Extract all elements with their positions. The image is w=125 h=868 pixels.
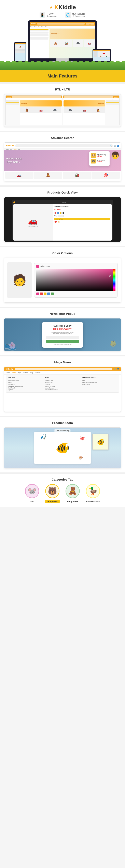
screen-products: 🧸 🚂 🎮 🚗 xyxy=(50,39,95,46)
mm-nav-babies[interactable]: Babies xyxy=(24,372,28,373)
quickview-monitor: Toddy 🚗 4WD Truck 4WD Monster Truck $89.… xyxy=(12,200,113,239)
mm-col-1-item-4[interactable]: Happy Jump Containers xyxy=(8,385,42,387)
mm-col-2-item-2[interactable]: Sports Cars xyxy=(45,381,80,383)
mm-nav-toys[interactable]: Toys xyxy=(18,372,21,373)
screen-content: ★Kiddle Home Shop Toys Blog About xyxy=(30,22,95,58)
mm-nav-contact[interactable]: Contact xyxy=(35,372,40,373)
color-option-yellow[interactable] xyxy=(60,212,62,214)
logo-k: K xyxy=(54,4,58,10)
feature-color-title: Color Options xyxy=(4,251,121,255)
search-result-1-name: Digger the Dog xyxy=(97,154,106,155)
mm-col-3-item-3[interactable]: More Rides xyxy=(83,383,117,385)
feature-newsletter-section: Newsletter Popup 👟 🌸 👶 Subscribe & Enjoy… xyxy=(0,308,125,355)
feature-color-section: Color Options 🧑 Select Color xyxy=(0,247,125,307)
mm-col-2-item-3[interactable]: Games xyxy=(45,383,80,385)
category-eddy-img: 🧸 xyxy=(66,484,80,498)
responsive-icon: 📱 xyxy=(39,12,45,18)
search-input-mock: 🔍 xyxy=(15,144,113,147)
color-gradient-area[interactable] xyxy=(36,269,116,291)
swatch-green[interactable] xyxy=(51,292,54,296)
categories-list: 🐭 Doll 🐻 Teddy Bear 🧸 eddy Bear 🦆 Rubber… xyxy=(4,484,121,503)
mm-nav-home[interactable]: Home xyxy=(6,372,10,373)
mm-col-1-item-3[interactable]: Travel Toys xyxy=(8,383,42,385)
swatch-red[interactable] xyxy=(40,292,43,296)
mm-col-3-item-2[interactable]: Playground Equipment xyxy=(83,381,117,383)
quickview-color-options xyxy=(54,212,110,214)
quickview-add-to-cart-btn[interactable]: Add to Cart xyxy=(54,218,110,220)
mm-nav-shop[interactable]: Shop xyxy=(12,372,16,373)
color-option-blue[interactable] xyxy=(57,212,59,214)
mm-search xyxy=(15,368,113,370)
quickview-screen: Toddy 🚗 4WD Truck 4WD Monster Truck $89.… xyxy=(4,197,121,242)
category-eddy[interactable]: 🧸 eddy Bear xyxy=(65,484,81,503)
search-result-2-info: DVD Games $122.00 xyxy=(97,160,104,162)
color-screenshot: 🧑 Select Color xyxy=(4,258,121,303)
search-result-2: 🎮 DVD Games $122.00 xyxy=(91,159,108,163)
category-teddy[interactable]: 🐻 Teddy Bear xyxy=(44,484,60,503)
mm-col-3-title: Multiphoy Station xyxy=(83,376,117,379)
search-result-1-img: 🐶 xyxy=(91,153,96,158)
mm-col-2-item-5[interactable]: Video Games xyxy=(45,387,80,389)
mm-col-2-item-4[interactable]: Money by Brand xyxy=(45,385,80,387)
mm-col-2-title: Toys xyxy=(45,376,80,379)
zoom-product-display: 🐠 🐙 🎣 🐡 xyxy=(34,432,91,464)
newsletter-description: Subscribe and get access of all ourexclu… xyxy=(46,332,79,334)
zoom-product-title: Fish Mobile Toy xyxy=(54,429,70,432)
grass-divider xyxy=(0,62,125,70)
product-mini-4: 🚗 xyxy=(84,39,95,46)
zoom-product-image: 🐠 🐙 🎣 🐡 xyxy=(56,442,70,454)
deco-baby-icon: 👶 xyxy=(110,340,117,347)
phone-preview: 🧸 xyxy=(14,42,26,62)
badge-multilang-label: Multi language& Currencies xyxy=(72,13,86,17)
picker-label: Select Color xyxy=(36,265,116,268)
mm-column-1: Play Toys Wooden Doll Sled Brand Travel … xyxy=(8,376,42,391)
baby-sale-heading: Baby & KidsToys Sale . xyxy=(6,157,22,164)
swatch-blue[interactable] xyxy=(47,292,50,296)
picker-label-text: Select Color xyxy=(40,265,50,267)
newsletter-email-input[interactable] xyxy=(46,336,79,339)
newsletter-popup-box: Subscribe & Enjoy 10% Discount! Subscrib… xyxy=(42,322,83,348)
mm-col-1-item-1[interactable]: Wooden Doll Sled xyxy=(8,380,42,381)
search-result-2-img: 🎮 xyxy=(91,159,96,163)
logo-star-icon: ★ xyxy=(49,5,53,10)
screen-main: Kids Toys 🚗 🧸 🚂 🎮 🚗 xyxy=(49,28,95,58)
swatch-yellow[interactable] xyxy=(43,292,46,296)
product-mini-2: 🚂 xyxy=(61,39,72,46)
search-hero-banner: Baby & KidsToys Sale . 👦 🐶 Digger the Do… xyxy=(4,150,121,170)
quickview-product-img: 🚗 4WD Truck xyxy=(13,204,53,241)
search-nav-bar: ★Kiddle 🔍 🛒 👤 xyxy=(4,143,121,149)
swatch-pink[interactable] xyxy=(36,292,39,296)
mm-col-2-item-1[interactable]: Frozen Cars xyxy=(45,380,80,381)
screen-banner: Kids Toys 🚗 xyxy=(50,29,95,39)
quickview-product-name: 4WD Monster Truck xyxy=(54,206,110,208)
mm-col-1-item-2[interactable]: Brand xyxy=(8,381,42,383)
mm-col-3-item-1[interactable]: Kits xyxy=(83,380,117,381)
color-option-red[interactable] xyxy=(54,212,56,214)
feature-megamenu-title: Mega Menu xyxy=(4,361,121,364)
feature-categories-section: Categories Tab 🐭 Doll 🐻 Teddy Bear 🧸 edd… xyxy=(0,474,125,507)
mm-col-2-item-6[interactable]: Snacks And Sweets xyxy=(45,389,80,391)
category-duck-label: Rubber Duck xyxy=(86,500,100,503)
screen-logo: ★Kiddle xyxy=(31,23,36,25)
feature-zoom-title: Product Zoom xyxy=(4,421,121,425)
search-result-2-name: DVD Games xyxy=(97,160,104,161)
mm-col-1-item-5[interactable]: Multi-Puzzle xyxy=(8,387,42,389)
mm-col-1-item-6[interactable]: Airplane xyxy=(8,389,42,391)
category-doll[interactable]: 🐭 Doll xyxy=(24,484,40,503)
newsletter-subscribe-btn[interactable] xyxy=(46,340,79,343)
picker-swatch[interactable] xyxy=(36,265,39,268)
category-doll-img: 🐭 xyxy=(25,484,39,498)
features-banner: Main Features xyxy=(0,70,125,82)
megamenu-screenshot: ★Kiddle 🛒 👤 Home Shop Toys Babies Blog C… xyxy=(4,367,121,412)
category-doll-label: Doll xyxy=(30,500,34,503)
category-teddy-label: Teddy Bear xyxy=(44,500,60,503)
quickview-product-modal: 🚗 4WD Truck 4WD Monster Truck $89.99 xyxy=(13,204,112,241)
newsletter-screenshot: 👟 🌸 👶 Subscribe & Enjoy 10% Discount! Su… xyxy=(4,318,121,351)
search-result-1: 🐶 Digger the Dog $337.99 xyxy=(91,153,108,158)
color-option-black[interactable] xyxy=(62,212,64,214)
quickview-product-details: 4WD Monster Truck $89.99 Qty: xyxy=(53,204,112,241)
category-duck[interactable]: 🦆 Rubber Duck xyxy=(85,484,101,503)
mm-nav-blog[interactable]: Blog xyxy=(30,372,33,373)
mm-nav: Home Shop Toys Babies Blog Contact xyxy=(4,371,121,375)
badges-row: 📱 100% Responsive 🌐 Multi language& Curr… xyxy=(2,12,123,18)
